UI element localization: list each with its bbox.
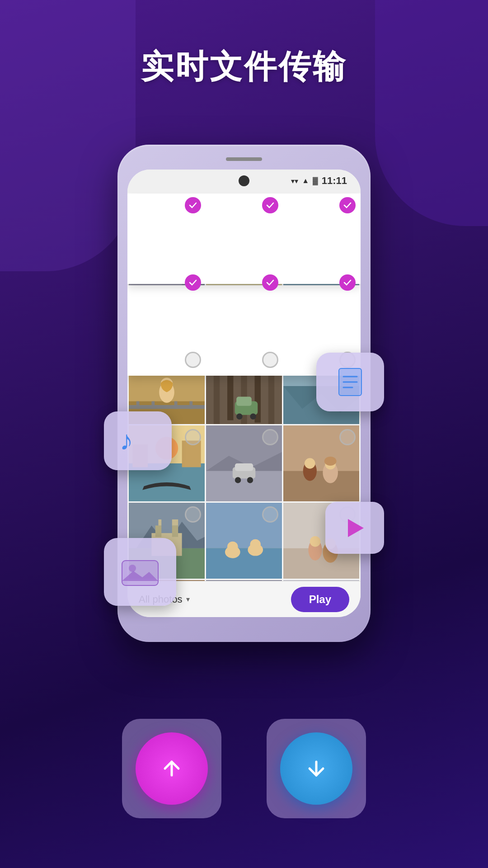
bg-decoration-right xyxy=(375,0,488,226)
upload-circle[interactable] xyxy=(136,732,208,805)
uncheck-circle xyxy=(185,506,201,523)
status-icons: ▾▾ ▲ ▓ 11:11 xyxy=(291,175,347,187)
svg-point-79 xyxy=(247,477,253,483)
svg-rect-51 xyxy=(189,401,192,409)
svg-point-137 xyxy=(129,565,136,572)
phone-earpiece xyxy=(226,157,262,161)
camera-notch xyxy=(239,175,249,186)
svg-text:♪: ♪ xyxy=(120,425,133,456)
page-title: 实时文件传输 xyxy=(0,45,488,89)
svg-point-104 xyxy=(310,536,321,547)
uncheck-circle xyxy=(262,352,278,368)
download-icon xyxy=(300,753,332,784)
svg-point-78 xyxy=(235,477,241,483)
svg-point-83 xyxy=(305,458,315,469)
svg-rect-81 xyxy=(283,471,359,501)
upload-button-wrap[interactable] xyxy=(122,719,221,818)
float-document-card xyxy=(316,353,384,411)
svg-rect-77 xyxy=(235,463,253,471)
svg-rect-92 xyxy=(172,525,178,537)
float-video-card xyxy=(325,502,384,554)
music-icon: ♪ xyxy=(120,423,156,459)
check-badge xyxy=(185,274,201,291)
check-badge xyxy=(185,197,201,213)
status-bar: ▾▾ ▲ ▓ 11:11 xyxy=(127,170,361,192)
svg-rect-48 xyxy=(136,401,140,409)
battery-icon: ▓ xyxy=(313,177,318,185)
svg-rect-91 xyxy=(155,525,161,537)
document-icon xyxy=(332,364,368,400)
svg-rect-96 xyxy=(206,548,282,579)
svg-point-100 xyxy=(250,539,261,550)
video-play-icon xyxy=(341,514,368,542)
uncheck-circle xyxy=(339,429,356,445)
bg-decoration-left xyxy=(0,0,136,271)
svg-marker-93 xyxy=(159,519,162,525)
uncheck-circle xyxy=(185,352,201,368)
uncheck-circle xyxy=(185,429,201,445)
svg-point-61 xyxy=(250,413,256,419)
svg-rect-47 xyxy=(129,405,205,409)
float-image-card xyxy=(104,538,176,606)
uncheck-circle xyxy=(262,506,278,523)
status-time: 11:11 xyxy=(322,175,347,187)
transfer-buttons-container xyxy=(122,719,366,818)
check-badge xyxy=(339,197,356,213)
svg-point-60 xyxy=(236,413,242,419)
svg-rect-50 xyxy=(174,401,178,409)
upload-icon xyxy=(156,753,188,784)
check-badge xyxy=(262,274,278,291)
svg-rect-59 xyxy=(236,397,252,406)
list-item[interactable] xyxy=(206,425,282,501)
wifi-icon: ▾▾ xyxy=(291,177,298,185)
check-badge xyxy=(339,274,356,291)
list-item[interactable] xyxy=(283,425,359,501)
list-item[interactable] xyxy=(206,503,282,579)
svg-marker-134 xyxy=(348,519,364,537)
dropdown-arrow-icon: ▾ xyxy=(186,595,190,604)
uncheck-circle xyxy=(262,429,278,445)
image-gallery-icon xyxy=(120,554,160,590)
svg-rect-135 xyxy=(122,561,158,585)
svg-marker-94 xyxy=(172,519,178,525)
svg-point-98 xyxy=(227,542,238,552)
float-music-card: ♪ xyxy=(104,411,172,470)
svg-rect-49 xyxy=(151,401,155,409)
download-button-wrap[interactable] xyxy=(267,719,366,818)
download-bg[interactable] xyxy=(267,719,366,818)
signal-icon: ▲ xyxy=(302,177,309,185)
svg-point-86 xyxy=(324,457,337,466)
phone-mockup: ▾▾ ▲ ▓ 11:11 xyxy=(117,145,371,642)
selected-row-1 xyxy=(127,193,361,284)
download-circle[interactable] xyxy=(280,732,352,805)
upload-bg[interactable] xyxy=(122,719,221,818)
check-badge xyxy=(262,197,278,213)
play-button[interactable]: Play xyxy=(291,587,349,612)
